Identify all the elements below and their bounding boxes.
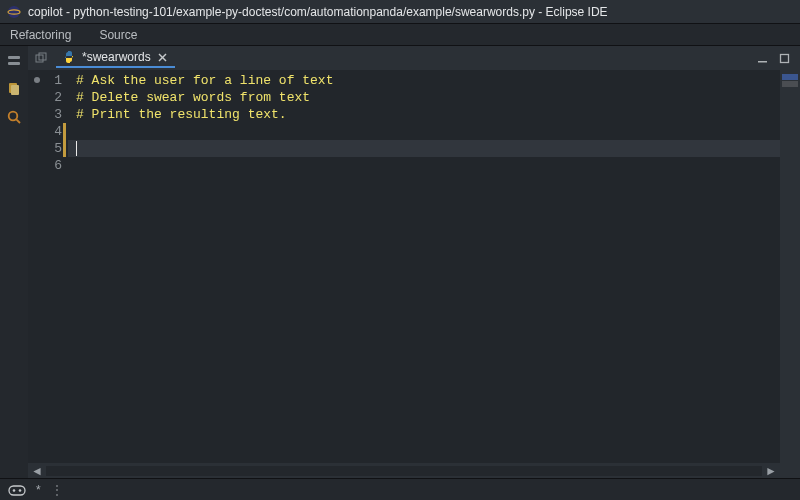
svg-rect-12 (758, 61, 767, 63)
restore-editors-icon[interactable] (32, 52, 50, 64)
code-lines[interactable]: # Ask the user for a line of text # Dele… (68, 72, 780, 463)
svg-point-15 (13, 489, 16, 492)
python-file-icon (62, 50, 76, 64)
svg-point-16 (19, 489, 22, 492)
close-icon[interactable] (157, 51, 169, 63)
svg-rect-5 (11, 85, 19, 95)
dirty-indicator: * (36, 483, 41, 497)
horizontal-scrollbar[interactable]: ◄ ► (28, 463, 780, 478)
scroll-left-icon[interactable]: ◄ (30, 465, 44, 477)
window-title: copilot - python-testing-101/example-py-… (28, 5, 608, 19)
minimize-view-icon[interactable] (756, 52, 768, 64)
editor-window-controls (756, 52, 796, 64)
maximize-view-icon[interactable] (778, 52, 790, 64)
svg-line-7 (16, 119, 20, 123)
scroll-track[interactable] (46, 466, 762, 476)
tabs-row: *swearwords (28, 46, 800, 70)
activity-bar (0, 46, 28, 478)
svg-rect-13 (780, 54, 788, 62)
svg-point-6 (9, 112, 18, 121)
status-bar: * ⋮ (0, 478, 800, 500)
main-area: *swearwords 1 2 3 4 5 (0, 46, 800, 478)
breadcrumb-toggle-icon[interactable] (5, 52, 23, 70)
menu-refactoring[interactable]: Refactoring (10, 28, 71, 42)
overview-ruler[interactable] (780, 70, 800, 478)
eclipse-icon (6, 4, 22, 20)
documents-icon[interactable] (5, 80, 23, 98)
scroll-right-icon[interactable]: ► (764, 465, 778, 477)
svg-rect-14 (9, 486, 25, 495)
copilot-icon[interactable] (8, 483, 26, 497)
editor-row: 1 2 3 4 5 6 # Ask the user for a line of… (28, 70, 800, 478)
title-bar: copilot - python-testing-101/example-py-… (0, 0, 800, 24)
menu-source[interactable]: Source (99, 28, 137, 42)
text-caret (76, 141, 77, 156)
editor-pane: *swearwords 1 2 3 4 5 (28, 46, 800, 478)
line-number-gutter: 1 2 3 4 5 6 (28, 72, 68, 463)
search-icon[interactable] (5, 108, 23, 126)
code-editor[interactable]: 1 2 3 4 5 6 # Ask the user for a line of… (28, 70, 780, 478)
status-more-icon[interactable]: ⋮ (51, 483, 65, 497)
menu-bar: Refactoring Source (0, 24, 800, 46)
svg-point-0 (8, 6, 20, 18)
svg-rect-3 (8, 62, 20, 65)
tab-swearwords[interactable]: *swearwords (56, 48, 175, 68)
svg-rect-2 (8, 56, 20, 59)
tab-label: *swearwords (82, 50, 151, 64)
